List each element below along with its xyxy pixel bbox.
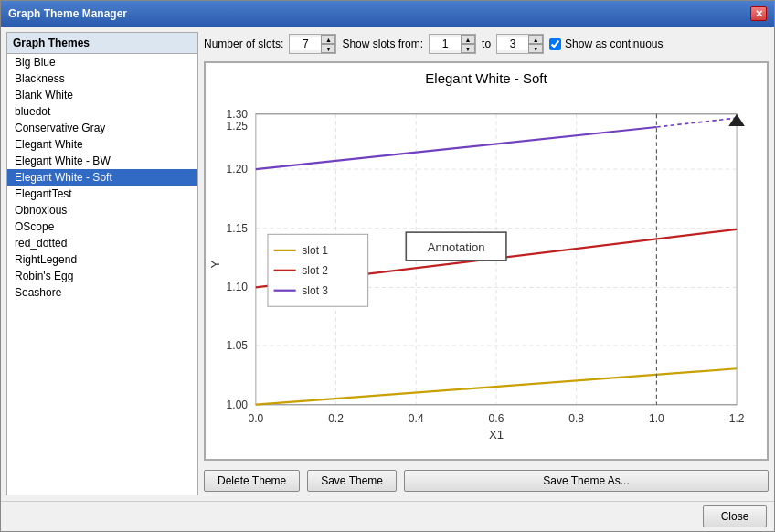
svg-text:slot 1: slot 1 [302, 244, 328, 257]
to-spinner[interactable]: ▲ ▼ [496, 34, 544, 54]
save-theme-as-button[interactable]: Save Theme As... [404, 470, 769, 492]
main-panel: Number of slots: ▲ ▼ Show slots from: ▲ … [204, 32, 769, 495]
sidebar-item[interactable]: OScope [7, 218, 197, 235]
svg-text:Annotation: Annotation [428, 240, 485, 254]
sidebar-item[interactable]: Blank White [7, 87, 197, 103]
to-up[interactable]: ▲ [528, 35, 543, 44]
show-from-label: Show slots from: [342, 37, 423, 50]
to-input[interactable] [497, 37, 528, 50]
window: Graph Theme Manager ✕ Graph Themes Big B… [0, 0, 775, 532]
num-slots-input[interactable] [290, 37, 321, 50]
sidebar-item[interactable]: Blackness [7, 70, 197, 87]
bottom-bar: Delete Theme Save Theme Save Theme As... [204, 466, 769, 495]
svg-text:1.10: 1.10 [227, 281, 249, 293]
svg-text:slot 3: slot 3 [302, 284, 328, 297]
toolbar: Number of slots: ▲ ▼ Show slots from: ▲ … [204, 32, 769, 56]
svg-text:1.30: 1.30 [227, 108, 249, 121]
show-from-input[interactable] [430, 37, 461, 50]
sidebar-item[interactable]: Obnoxious [7, 202, 197, 218]
num-slots-label: Number of slots: [204, 37, 283, 50]
svg-text:slot 2: slot 2 [302, 264, 328, 277]
show-from-spinner[interactable]: ▲ ▼ [429, 34, 476, 54]
sidebar-item[interactable]: Big Blue [7, 54, 197, 70]
svg-text:1.05: 1.05 [227, 339, 249, 352]
sidebar-item[interactable]: Conservative Gray [7, 120, 197, 136]
sidebar-item[interactable]: ElegantTest [7, 186, 197, 202]
to-label: to [482, 37, 491, 50]
show-continuous-checkbox[interactable] [549, 38, 561, 50]
svg-text:Y: Y [208, 261, 222, 269]
sidebar-item[interactable]: Seashore [7, 284, 197, 301]
svg-text:0.4: 0.4 [409, 412, 424, 425]
svg-text:1.2: 1.2 [729, 412, 745, 425]
svg-text:0.6: 0.6 [489, 412, 504, 425]
sidebar-item[interactable]: Robin's Egg [7, 268, 197, 284]
title-bar: Graph Theme Manager ✕ [1, 1, 774, 27]
sidebar-item[interactable]: RightLegend [7, 251, 197, 268]
sidebar-item[interactable]: Elegant White [7, 136, 197, 153]
num-slots-spinner[interactable]: ▲ ▼ [289, 34, 336, 54]
sidebar-item[interactable]: red_dotted [7, 235, 197, 251]
sidebar: Graph Themes Big BlueBlacknessBlank Whit… [6, 32, 198, 495]
chart-svg: 1.00 1.05 1.10 1.15 1.20 1.25 1.30 Y 0.0… [206, 92, 767, 456]
sidebar-header: Graph Themes [7, 33, 197, 54]
svg-text:1.25: 1.25 [227, 120, 249, 133]
svg-text:1.0: 1.0 [649, 412, 664, 425]
content-area: Graph Themes Big BlueBlacknessBlank Whit… [1, 27, 774, 501]
show-from-up[interactable]: ▲ [461, 35, 475, 44]
svg-text:1.20: 1.20 [227, 163, 249, 176]
show-from-down[interactable]: ▼ [461, 44, 475, 53]
chart-title: Elegant White - Soft [206, 63, 767, 86]
num-slots-up[interactable]: ▲ [321, 35, 335, 44]
num-slots-down[interactable]: ▼ [321, 44, 335, 53]
delete-theme-button[interactable]: Delete Theme [204, 470, 300, 492]
svg-text:0.8: 0.8 [568, 412, 584, 425]
close-button[interactable]: Close [703, 505, 767, 527]
svg-text:0.0: 0.0 [248, 412, 263, 425]
sidebar-item[interactable]: Elegant White - Soft [7, 169, 197, 186]
footer: Close [1, 501, 774, 531]
save-theme-button[interactable]: Save Theme [307, 470, 397, 492]
sidebar-item[interactable]: bluedot [7, 103, 197, 120]
window-title: Graph Theme Manager [8, 7, 127, 20]
sidebar-list: Big BlueBlacknessBlank WhitebluedotConse… [7, 54, 197, 495]
svg-text:X1: X1 [489, 428, 504, 442]
sidebar-item[interactable]: Elegant White - BW [7, 153, 197, 169]
chart-area: Elegant White - Soft [204, 61, 769, 461]
to-down[interactable]: ▼ [528, 44, 543, 53]
show-continuous-label[interactable]: Show as continuous [549, 37, 663, 50]
close-icon[interactable]: ✕ [750, 6, 767, 21]
svg-text:0.2: 0.2 [328, 412, 344, 425]
svg-text:1.15: 1.15 [227, 222, 249, 235]
svg-text:1.00: 1.00 [227, 399, 249, 411]
